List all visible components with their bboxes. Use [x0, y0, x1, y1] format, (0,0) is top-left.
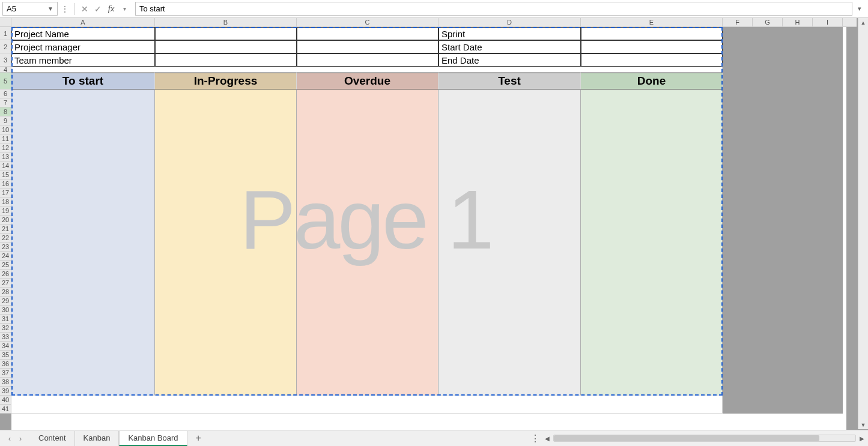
- fx-icon[interactable]: fx: [105, 3, 117, 15]
- scroll-up-icon[interactable]: ▲: [858, 18, 868, 27]
- col-header-D[interactable]: D: [439, 18, 581, 26]
- kanban-header[interactable]: Test: [439, 73, 581, 89]
- row-header-9[interactable]: 9: [0, 116, 11, 125]
- grid-viewport[interactable]: Project NameProject managerTeam memberSp…: [11, 27, 857, 430]
- cell[interactable]: [11, 396, 723, 414]
- row-header-28[interactable]: 28: [0, 288, 11, 297]
- col-header-G[interactable]: G: [753, 18, 783, 26]
- cell-sprint[interactable]: Sprint: [439, 27, 581, 40]
- menu-dots-icon[interactable]: ⋮: [59, 3, 71, 15]
- fx-chevron-down-icon[interactable]: ▾: [118, 3, 130, 15]
- row-header-13[interactable]: 13: [0, 152, 11, 161]
- scroll-track[interactable]: [553, 435, 856, 442]
- row-header-31[interactable]: 31: [0, 315, 11, 324]
- row-header-25[interactable]: 25: [0, 261, 11, 270]
- scroll-down-icon[interactable]: ▼: [858, 420, 868, 429]
- row-header-19[interactable]: 19: [0, 206, 11, 215]
- row-header-16[interactable]: 16: [0, 179, 11, 188]
- row-header-40[interactable]: 40: [0, 396, 11, 405]
- row-header-35[interactable]: 35: [0, 351, 11, 360]
- kanban-header[interactable]: Done: [581, 73, 723, 89]
- col-header-H[interactable]: H: [783, 18, 813, 26]
- add-sheet-button[interactable]: +: [187, 433, 210, 444]
- row-header-10[interactable]: 10: [0, 125, 11, 134]
- cell[interactable]: [581, 27, 723, 40]
- row-header-4[interactable]: 4: [0, 67, 11, 73]
- sheet-tab[interactable]: Kanban Board: [119, 431, 187, 446]
- row-header-30[interactable]: 30: [0, 306, 11, 315]
- cell[interactable]: [297, 27, 439, 40]
- row-header-23[interactable]: 23: [0, 243, 11, 252]
- row-header-17[interactable]: 17: [0, 188, 11, 197]
- col-header-F[interactable]: F: [723, 18, 753, 26]
- sheet-tab[interactable]: Content: [30, 431, 75, 446]
- col-header-E[interactable]: E: [581, 18, 723, 26]
- cell[interactable]: [155, 40, 297, 53]
- name-box[interactable]: A5 ▼: [2, 2, 58, 16]
- cell[interactable]: [581, 40, 723, 53]
- select-all-corner[interactable]: [0, 18, 11, 27]
- row-header-24[interactable]: 24: [0, 252, 11, 261]
- sheet-tab[interactable]: Kanban: [75, 431, 120, 446]
- row-header-6[interactable]: 6: [0, 89, 11, 98]
- accept-icon[interactable]: ✓: [92, 3, 104, 15]
- cancel-icon[interactable]: ✕: [79, 3, 91, 15]
- row-header-38[interactable]: 38: [0, 378, 11, 387]
- row-header-20[interactable]: 20: [0, 215, 11, 225]
- scroll-left-icon[interactable]: ◀: [545, 435, 550, 442]
- row-header-27[interactable]: 27: [0, 279, 11, 288]
- tabs-menu-icon[interactable]: ⋮: [529, 433, 541, 444]
- row-header-26[interactable]: 26: [0, 270, 11, 279]
- row-header-33[interactable]: 33: [0, 333, 11, 342]
- cell[interactable]: [155, 53, 297, 67]
- cell[interactable]: [155, 27, 297, 40]
- cell[interactable]: [11, 67, 723, 73]
- scroll-right-icon[interactable]: ▶: [860, 435, 864, 442]
- col-header-I[interactable]: I: [813, 18, 843, 26]
- row-header-11[interactable]: 11: [0, 134, 11, 143]
- row-header-12[interactable]: 12: [0, 143, 11, 152]
- kanban-column[interactable]: [581, 89, 723, 396]
- tab-prev-icon[interactable]: ‹: [8, 434, 11, 443]
- kanban-header[interactable]: Overdue: [297, 73, 439, 89]
- row-header-21[interactable]: 21: [0, 225, 11, 234]
- row-header-32[interactable]: 32: [0, 324, 11, 333]
- scroll-thumb[interactable]: [554, 435, 819, 441]
- row-header-18[interactable]: 18: [0, 197, 11, 206]
- cell-project-name[interactable]: Project Name: [11, 27, 155, 40]
- row-header-36[interactable]: 36: [0, 360, 11, 369]
- kanban-header[interactable]: In-Progress: [155, 73, 297, 89]
- vertical-scrollbar[interactable]: ▲ ▼: [858, 18, 868, 429]
- row-header-8[interactable]: 8: [0, 107, 11, 116]
- col-header-C[interactable]: C: [297, 18, 439, 26]
- kanban-column[interactable]: [439, 89, 581, 396]
- cell[interactable]: [297, 40, 439, 53]
- formula-input[interactable]: To start: [135, 2, 852, 16]
- row-header-15[interactable]: 15: [0, 170, 11, 179]
- col-header-B[interactable]: B: [155, 18, 297, 26]
- kanban-header[interactable]: To start: [11, 73, 155, 89]
- row-header-1[interactable]: 1: [0, 27, 11, 40]
- cell[interactable]: [581, 53, 723, 67]
- expand-formula-icon[interactable]: ▾: [854, 5, 866, 13]
- chevron-down-icon[interactable]: ▼: [47, 5, 53, 12]
- row-header-14[interactable]: 14: [0, 161, 11, 170]
- row-header-29[interactable]: 29: [0, 297, 11, 306]
- row-header-34[interactable]: 34: [0, 342, 11, 351]
- row-header-2[interactable]: 2: [0, 40, 11, 53]
- kanban-column[interactable]: [11, 89, 155, 396]
- col-header-A[interactable]: A: [11, 18, 155, 26]
- tab-next-icon[interactable]: ›: [19, 434, 22, 443]
- cell-project-manager[interactable]: Project manager: [11, 40, 155, 53]
- row-header-37[interactable]: 37: [0, 369, 11, 378]
- cell-team-member[interactable]: Team member: [11, 53, 155, 67]
- row-header-7[interactable]: 7: [0, 98, 11, 107]
- cell[interactable]: [297, 53, 439, 67]
- row-header-39[interactable]: 39: [0, 387, 11, 396]
- kanban-column[interactable]: [297, 89, 439, 396]
- kanban-column[interactable]: [155, 89, 297, 396]
- row-header-3[interactable]: 3: [0, 53, 11, 67]
- cell-start-date[interactable]: Start Date: [439, 40, 581, 53]
- row-header-5[interactable]: 5: [0, 73, 11, 89]
- row-header-41[interactable]: 41: [0, 405, 11, 414]
